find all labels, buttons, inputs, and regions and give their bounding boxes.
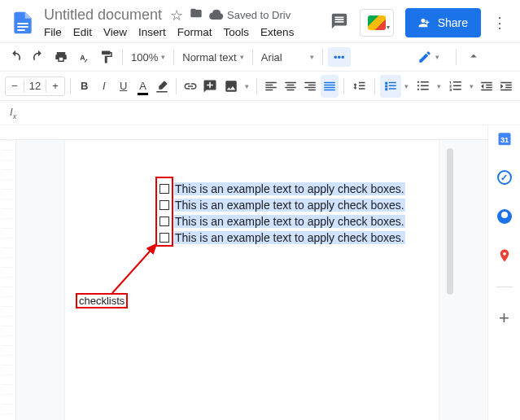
checkbox-icon[interactable]	[159, 200, 169, 210]
menu-file[interactable]: File	[44, 26, 62, 38]
svg-line-3	[112, 244, 156, 293]
svg-rect-2	[17, 29, 24, 31]
align-left-button[interactable]	[262, 75, 280, 98]
align-center-button[interactable]	[282, 75, 299, 98]
comment-history-icon[interactable]	[330, 12, 348, 34]
redo-button[interactable]	[28, 46, 49, 68]
font-size-control[interactable]: − 12 +	[5, 77, 65, 96]
menu-format[interactable]: Format	[177, 26, 212, 38]
star-icon[interactable]: ☆	[170, 7, 183, 24]
align-justify-button[interactable]	[321, 75, 339, 98]
editing-mode-dropdown[interactable]: ▾	[410, 46, 446, 68]
font-family-dropdown[interactable]: Arial▾	[258, 51, 317, 63]
contacts-sidebar-icon[interactable]	[496, 208, 513, 225]
keep-sidebar-icon[interactable]	[496, 169, 513, 186]
docs-logo-icon[interactable]	[7, 7, 39, 39]
checkbox-icon[interactable]	[159, 233, 169, 243]
decrease-indent-button[interactable]	[478, 75, 496, 98]
zoom-dropdown[interactable]: 100%▾	[128, 51, 168, 63]
more-toolbar-button[interactable]: •••	[328, 47, 351, 67]
add-comment-button[interactable]	[201, 75, 219, 98]
align-right-button[interactable]	[301, 75, 319, 98]
maps-sidebar-icon[interactable]	[496, 247, 513, 264]
menu-view[interactable]: View	[103, 26, 127, 38]
spellcheck-button[interactable]	[73, 46, 94, 68]
checklist-item[interactable]: This is an example text to apply check b…	[159, 181, 406, 197]
move-icon[interactable]	[190, 7, 203, 24]
bulleted-list-button[interactable]	[413, 75, 434, 98]
share-button[interactable]: Share	[405, 8, 481, 37]
menu-edit[interactable]: Edit	[73, 26, 92, 38]
document-title[interactable]: Untitled document	[44, 7, 162, 24]
vertical-ruler	[0, 125, 16, 420]
account-icon[interactable]: ⋮	[492, 14, 507, 32]
menu-extensions[interactable]: Extens	[260, 26, 294, 38]
annotation-label: checklists	[76, 293, 128, 308]
vertical-scrollbar[interactable]	[445, 140, 455, 420]
menu-tools[interactable]: Tools	[224, 26, 250, 38]
svg-rect-0	[17, 23, 28, 24]
svg-text:31: 31	[500, 136, 508, 144]
checklist-item[interactable]: This is an example text to apply check b…	[159, 213, 406, 230]
annotation-arrow-icon	[106, 238, 167, 299]
line-spacing-button[interactable]	[348, 75, 369, 98]
calendar-sidebar-icon[interactable]: 31	[496, 130, 513, 147]
decrease-font-size[interactable]: −	[6, 80, 24, 92]
document-page[interactable]: This is an example text to apply check b…	[65, 140, 439, 420]
menu-insert[interactable]: Insert	[138, 26, 166, 38]
increase-font-size[interactable]: +	[46, 80, 64, 92]
svg-rect-1	[17, 26, 28, 28]
meet-button[interactable]: ▾	[360, 9, 394, 37]
collapse-toolbar-button[interactable]	[466, 49, 481, 66]
insert-link-button[interactable]	[181, 75, 199, 98]
checkbox-icon[interactable]	[159, 184, 169, 194]
checkbox-icon[interactable]	[159, 217, 169, 226]
paint-format-button[interactable]	[96, 46, 117, 68]
undo-button[interactable]	[5, 46, 26, 68]
paragraph-style-dropdown[interactable]: Normal text▾	[179, 51, 247, 63]
increase-indent-button[interactable]	[497, 75, 515, 98]
checklist-item[interactable]: This is an example text to apply check b…	[159, 197, 406, 213]
numbered-list-button[interactable]	[445, 75, 466, 98]
highlight-button[interactable]	[153, 75, 171, 98]
insert-image-button[interactable]	[221, 75, 242, 98]
underline-button[interactable]: U	[115, 75, 133, 98]
font-size-value[interactable]: 12	[24, 80, 46, 92]
add-sidebar-icon[interactable]: +	[496, 310, 513, 326]
italic-button[interactable]: I	[95, 75, 113, 98]
checklist-button[interactable]	[380, 75, 401, 98]
cloud-saved-status: Saved to Driv	[209, 8, 291, 23]
horizontal-ruler	[16, 125, 487, 140]
text-color-button[interactable]: A	[134, 75, 152, 98]
checklist-item[interactable]: This is an example text to apply check b…	[159, 230, 406, 246]
bold-button[interactable]: B	[76, 75, 94, 98]
print-button[interactable]	[50, 46, 72, 68]
clear-formatting-button[interactable]: Ix	[10, 106, 16, 120]
